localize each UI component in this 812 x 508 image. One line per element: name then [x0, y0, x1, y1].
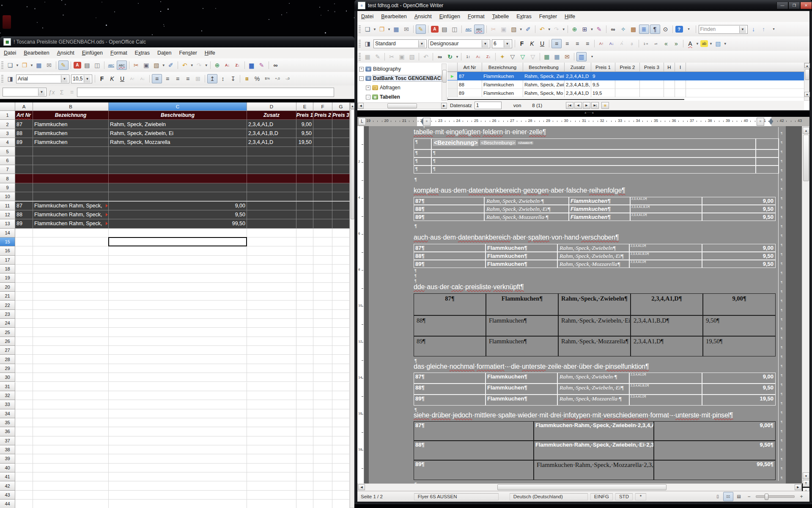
cell-F24[interactable]	[313, 319, 332, 328]
grid-cell[interactable]: 87	[458, 72, 482, 80]
cell-B24[interactable]	[33, 319, 109, 328]
uppercase-icon[interactable]: A̕	[617, 39, 626, 48]
cell-B15[interactable]	[33, 237, 109, 246]
cell-C26[interactable]	[109, 337, 247, 346]
cell-B13[interactable]: Flammkuchen Rahm, Speck,	[33, 219, 109, 228]
doc-cell[interactable]: 88¶	[414, 205, 484, 213]
record-number-input[interactable]: 1	[475, 102, 502, 109]
field-beschreibung[interactable]: <Beschreibung>	[480, 140, 516, 145]
cell-B37[interactable]	[33, 436, 109, 445]
doc-cell[interactable]: Flammkuchen¶	[486, 336, 558, 356]
doc-cell[interactable]: 9,00	[702, 197, 776, 205]
cell-A15[interactable]	[15, 237, 33, 246]
bold-icon[interactable]: F	[97, 75, 107, 83]
cell-B2[interactable]: Flammkuchen	[33, 120, 109, 129]
align-justified-icon[interactable]: ≡	[583, 39, 592, 48]
refresh-dropdown-icon[interactable]: ▼	[455, 55, 459, 59]
grid-cell[interactable]	[640, 89, 664, 97]
doc-cell[interactable]: Flammkuchen¶	[486, 293, 558, 315]
cell-G8[interactable]	[332, 174, 350, 183]
cell-A28[interactable]	[15, 355, 33, 364]
doc-cell[interactable]: Rahm,·Speck,·Zwiebeln·¶	[484, 197, 569, 205]
tree-item-bibliography[interactable]: +≣Bibliography	[359, 65, 401, 73]
cell-F23[interactable]	[313, 310, 332, 319]
decrease-font-icon[interactable]: A↓	[607, 39, 616, 48]
doc-cell[interactable]: Flammkuchen¶	[486, 315, 558, 336]
cell-C33[interactable]	[109, 400, 247, 409]
data-to-fields-icon[interactable]: ▦	[552, 52, 562, 61]
cell-F37[interactable]	[313, 436, 332, 445]
doc-cell[interactable]: 2,3,4,A1,D¶	[629, 260, 702, 268]
lowercase-icon[interactable]: a̦	[627, 39, 636, 48]
highlighting-dropdown-icon[interactable]: ▼	[709, 42, 713, 46]
toolbar-grip[interactable]	[359, 25, 361, 33]
cell-F38[interactable]	[313, 445, 332, 454]
cell-B41[interactable]	[33, 472, 109, 481]
doc-scroll-up-icon[interactable]: ▲	[803, 127, 809, 134]
doc-cell[interactable]: 2,3,4,A1,D¶	[629, 373, 702, 384]
cell-G16[interactable]	[332, 246, 350, 255]
save-icon[interactable]: ▦	[34, 61, 44, 69]
copy-icon[interactable]: ▣	[499, 25, 508, 33]
cell-G43[interactable]	[332, 491, 350, 500]
cell-A11[interactable]: 87	[15, 202, 33, 210]
cell-E27[interactable]	[296, 346, 313, 355]
cell-G26[interactable]	[332, 337, 350, 346]
name-box-dropdown-icon[interactable]: ▼	[38, 88, 45, 96]
row-header-29[interactable]: 29	[0, 364, 15, 373]
toolbar-grip[interactable]	[359, 40, 361, 47]
reset-filter-icon[interactable]: ▽	[528, 52, 538, 61]
menu-format[interactable]: Format	[107, 49, 131, 57]
row-header-21[interactable]: 21	[0, 292, 15, 301]
row-header-30[interactable]: 30	[0, 373, 15, 382]
cell-A7[interactable]	[15, 165, 33, 174]
cell-A37[interactable]	[15, 436, 33, 445]
cell-B1[interactable]: Bezeichnung	[33, 111, 109, 120]
cell-E40[interactable]	[296, 464, 313, 472]
decrease-font-icon[interactable]: A↓	[138, 75, 147, 83]
cell-B29[interactable]	[33, 364, 109, 373]
cut-icon[interactable]: ✂	[489, 25, 498, 33]
grid-cell[interactable]	[615, 72, 640, 80]
clone-formatting-icon[interactable]: ✐	[524, 25, 533, 33]
data-source-as-table-icon[interactable]: ▥	[576, 52, 587, 61]
cell-B12[interactable]: Flammkuchen Rahm, Speck,	[33, 210, 109, 219]
cell-D42[interactable]	[247, 481, 296, 490]
data-to-text-icon[interactable]: ▦	[542, 52, 551, 61]
cell-C6[interactable]	[109, 156, 247, 165]
row-header-37[interactable]: 37	[0, 436, 15, 445]
open-dropdown-icon[interactable]: ▼	[387, 28, 391, 31]
cell-E9[interactable]	[296, 183, 313, 192]
cell-A23[interactable]	[15, 310, 33, 319]
cell-E13[interactable]	[296, 219, 313, 228]
document-as-email-icon[interactable]: ✉	[44, 61, 54, 69]
cell-E4[interactable]: 19,50	[296, 138, 313, 147]
bold-icon[interactable]: F	[517, 39, 527, 48]
cell-D33[interactable]	[247, 400, 296, 409]
row-header-32[interactable]: 32	[0, 391, 15, 400]
hyperlink-icon[interactable]: ⊕	[570, 25, 579, 33]
cell-D15[interactable]	[247, 237, 296, 246]
doc-cell[interactable]: Flammkuchen¶	[486, 252, 557, 260]
cell-F8[interactable]	[313, 174, 332, 183]
cell-D16[interactable]	[247, 246, 296, 255]
cell-E37[interactable]	[296, 436, 313, 445]
menu-bearbeiten[interactable]: Bearbeiten	[377, 12, 410, 21]
grid-cell[interactable]	[675, 89, 686, 97]
cell-F7[interactable]	[313, 165, 332, 174]
doc-cell[interactable]: 9,50	[702, 252, 776, 260]
formula-input-line[interactable]	[77, 88, 334, 97]
grid-cell[interactable]	[447, 89, 458, 97]
cell-A1[interactable]: Art Nr	[15, 111, 33, 120]
tree-expander-icon[interactable]: +	[366, 86, 370, 90]
cell-E19[interactable]	[296, 273, 313, 282]
align-left-icon[interactable]: ≡	[152, 74, 162, 83]
valign-bottom-icon[interactable]: ↧	[228, 75, 238, 83]
merge-cells-icon[interactable]: ⊞	[193, 75, 203, 83]
row-header-44[interactable]: 44	[0, 500, 15, 508]
cell-C13[interactable]: 99,50	[109, 219, 247, 228]
vertical-ruler[interactable]: 24681012141618	[357, 126, 364, 483]
doc-cell[interactable]	[756, 157, 779, 166]
view-multi-page-icon[interactable]: ▯▯	[723, 492, 733, 501]
cell-E35[interactable]	[296, 418, 313, 427]
